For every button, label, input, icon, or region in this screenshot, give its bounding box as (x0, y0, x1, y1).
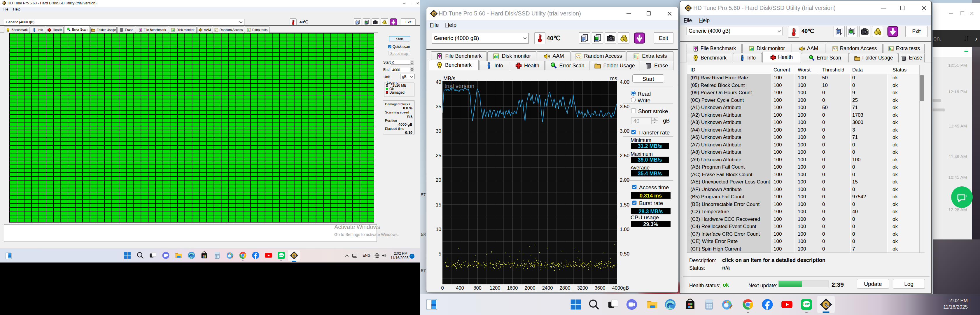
svg-text:LINE: LINE (279, 254, 283, 256)
svg-text:LINE: LINE (803, 302, 810, 305)
